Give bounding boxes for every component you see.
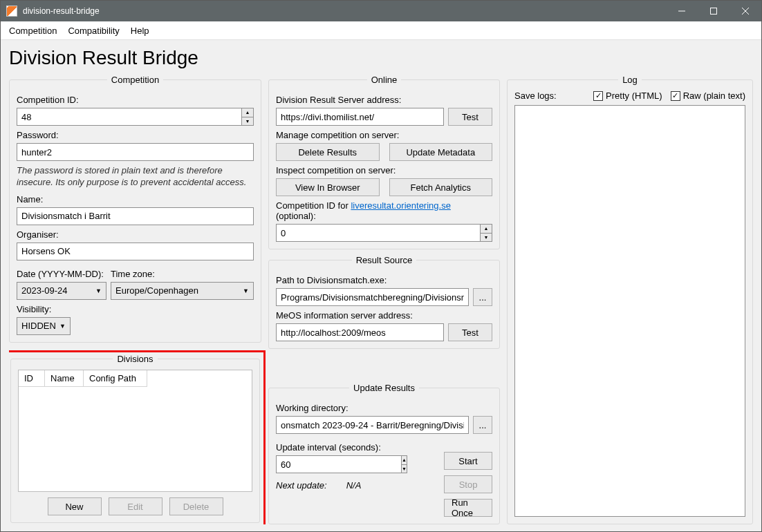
test-meos-button[interactable]: Test xyxy=(448,323,492,341)
new-division-button[interactable]: New xyxy=(48,497,102,515)
divisions-table[interactable]: ID Name Config Path xyxy=(18,370,252,492)
middle-column: Online Division Result Server address: T… xyxy=(268,75,500,524)
pretty-html-label: Pretty (HTML) xyxy=(606,91,662,101)
pretty-html-checkbox[interactable]: ✓ Pretty (HTML) xyxy=(593,91,662,101)
maximize-button[interactable] xyxy=(698,1,730,21)
start-button[interactable]: Start xyxy=(444,452,492,470)
left-column: Competition Competition ID: ▲▼ Password:… xyxy=(9,75,261,524)
competition-legend: Competition xyxy=(107,75,163,85)
divmatch-path-label: Path to Divisionsmatch.exe: xyxy=(276,275,492,285)
interval-input[interactable] xyxy=(276,455,401,473)
divisions-buttons: New Edit Delete xyxy=(18,497,252,515)
delete-results-button[interactable]: Delete Results xyxy=(276,143,380,161)
col-name[interactable]: Name xyxy=(45,370,84,387)
raw-text-checkbox[interactable]: ✓ Raw (plain text) xyxy=(671,91,745,101)
window-controls xyxy=(666,1,761,21)
app-icon xyxy=(6,6,17,17)
server-address-input[interactable] xyxy=(276,108,444,126)
date-value: 2023-09-24 xyxy=(21,285,68,296)
password-input[interactable] xyxy=(17,143,254,161)
next-update-label: Next update: xyxy=(276,480,327,491)
app-window: division-result-bridge Competition Compa… xyxy=(0,0,762,532)
log-legend: Log xyxy=(618,75,642,85)
interval-spin[interactable]: ▲▼ xyxy=(401,455,407,473)
result-source-group: Result Source Path to Divisionsmatch.exe… xyxy=(268,255,500,349)
chevron-down-icon: ▼ xyxy=(95,287,102,294)
server-address-label: Division Result Server address: xyxy=(276,95,492,105)
spin-up-icon[interactable]: ▲ xyxy=(242,108,253,117)
timezone-combo[interactable]: Europe/Copenhagen ▼ xyxy=(111,282,254,300)
inspect-label: Inspect competition on server: xyxy=(276,165,492,175)
visibility-label: Visibility: xyxy=(17,304,254,314)
workdir-input[interactable] xyxy=(276,416,469,434)
close-button[interactable] xyxy=(730,1,761,21)
password-note: The password is stored in plain text and… xyxy=(17,165,254,189)
name-input[interactable] xyxy=(17,207,254,225)
run-once-button[interactable]: Run Once xyxy=(444,499,492,517)
view-in-browser-button[interactable]: View In Browser xyxy=(276,178,380,196)
test-server-button[interactable]: Test xyxy=(448,108,492,126)
visibility-combo[interactable]: HIDDEN ▼ xyxy=(17,317,71,335)
update-results-group: Update Results Working directory: ... Up… xyxy=(268,383,500,524)
competition-id-input[interactable] xyxy=(17,108,241,126)
liveresultat-id-spinbox[interactable]: ▲▼ xyxy=(276,224,492,242)
fetch-analytics-button[interactable]: Fetch Analytics xyxy=(389,178,493,196)
minimize-button[interactable] xyxy=(666,1,698,21)
browse-divmatch-button[interactable]: ... xyxy=(473,288,492,306)
workdir-label: Working directory: xyxy=(276,403,492,413)
liveresultat-prefix: Competition ID for xyxy=(276,200,351,211)
competition-id-spin[interactable]: ▲▼ xyxy=(241,108,254,126)
interval-label: Update interval (seconds): xyxy=(276,442,437,453)
update-metadata-button[interactable]: Update Metadata xyxy=(389,143,493,161)
organiser-input[interactable] xyxy=(17,243,254,260)
window-title: division-result-bridge xyxy=(23,6,666,16)
interval-spinbox[interactable]: ▲▼ xyxy=(276,455,369,473)
col-config-path[interactable]: Config Path xyxy=(84,370,147,387)
right-column: Log Save logs: ✓ Pretty (HTML) ✓ Raw (pl… xyxy=(507,75,753,524)
menu-help[interactable]: Help xyxy=(125,23,155,39)
browse-workdir-button[interactable]: ... xyxy=(473,416,492,434)
log-group: Log Save logs: ✓ Pretty (HTML) ✓ Raw (pl… xyxy=(507,75,753,524)
result-source-legend: Result Source xyxy=(352,255,417,265)
liveresultat-id-input[interactable] xyxy=(276,224,480,242)
divmatch-path-input[interactable] xyxy=(276,288,469,306)
menu-competition[interactable]: Competition xyxy=(3,23,62,39)
page-title: Division Result Bridge xyxy=(9,47,753,69)
chevron-down-icon: ▼ xyxy=(243,287,249,294)
timezone-label: Time zone: xyxy=(111,269,254,279)
date-input[interactable]: 2023-09-24 ▼ xyxy=(17,282,106,300)
chevron-down-icon: ▼ xyxy=(59,323,66,330)
spin-up-icon[interactable]: ▲ xyxy=(402,456,407,465)
name-label: Name: xyxy=(17,194,254,205)
update-results-legend: Update Results xyxy=(349,383,419,393)
spacer xyxy=(268,354,500,377)
col-id[interactable]: ID xyxy=(19,370,45,387)
content-area: Division Result Bridge Competition Compe… xyxy=(1,40,761,531)
competition-id-spinbox[interactable]: ▲▼ xyxy=(17,108,254,126)
svg-rect-1 xyxy=(711,8,717,15)
edit-division-button[interactable]: Edit xyxy=(109,497,162,515)
log-head: Save logs: ✓ Pretty (HTML) ✓ Raw (plain … xyxy=(514,91,745,101)
spin-down-icon[interactable]: ▼ xyxy=(481,234,492,242)
columns: Competition Competition ID: ▲▼ Password:… xyxy=(9,75,753,524)
liveresultat-suffix: (optional): xyxy=(276,211,316,221)
liveresultat-link[interactable]: liveresultat.orientering.se xyxy=(351,200,451,211)
spin-down-icon[interactable]: ▼ xyxy=(242,117,253,126)
checkbox-icon: ✓ xyxy=(671,91,680,101)
titlebar: division-result-bridge xyxy=(1,1,761,21)
spin-down-icon[interactable]: ▼ xyxy=(402,465,407,473)
competition-id-label: Competition ID: xyxy=(17,95,254,105)
organiser-label: Organiser: xyxy=(17,229,254,240)
online-group: Online Division Result Server address: T… xyxy=(268,75,500,249)
spin-up-icon[interactable]: ▲ xyxy=(481,225,492,234)
delete-division-button[interactable]: Delete xyxy=(169,497,223,515)
stop-button[interactable]: Stop xyxy=(444,475,492,493)
divisions-table-head: ID Name Config Path xyxy=(19,370,252,387)
menu-compatibility[interactable]: Compatibility xyxy=(62,23,124,39)
liveresultat-label: Competition ID for liveresultat.orienter… xyxy=(276,200,492,221)
log-pane[interactable] xyxy=(514,105,745,517)
meos-address-input[interactable] xyxy=(276,323,444,341)
save-logs-label: Save logs: xyxy=(514,91,557,101)
liveresultat-spin[interactable]: ▲▼ xyxy=(480,224,492,242)
divisions-group: Divisions ID Name Config Path New Edit D… xyxy=(10,354,260,523)
